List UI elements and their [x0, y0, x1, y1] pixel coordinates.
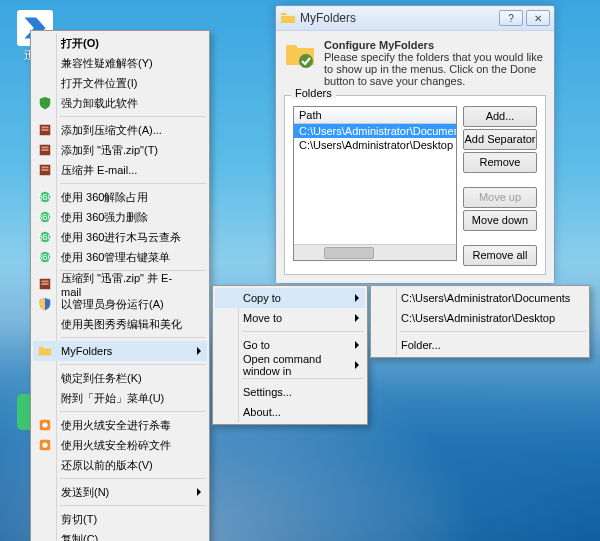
menu-item[interactable]: Go to [215, 335, 365, 355]
menu-item[interactable]: C:\Users\Administrator\Documents [373, 288, 587, 308]
config-title: Configure MyFolders [324, 39, 434, 51]
menu-item-label: 发送到(N) [61, 485, 109, 500]
tab-folders[interactable]: Folders [291, 87, 336, 99]
h-scrollbar[interactable] [294, 244, 456, 260]
folder-icon [37, 343, 53, 359]
menu-item[interactable]: 强力卸载此软件 [33, 93, 207, 113]
menu-item[interactable]: Folder... [373, 335, 587, 355]
move-down-button[interactable]: Move down [463, 210, 537, 231]
menu-item[interactable]: 360使用 360强力删除 [33, 207, 207, 227]
menu-item-label: 使用 360强力删除 [61, 210, 148, 225]
svg-point-0 [299, 54, 313, 68]
scroll-thumb[interactable] [324, 247, 374, 259]
huorong-icon [37, 437, 53, 453]
menu-item-label: 打开(O) [61, 36, 99, 51]
menu-item-label: MyFolders [61, 345, 112, 357]
list-row[interactable]: C:\Users\Administrator\Desktop [294, 138, 456, 152]
add-separator-button[interactable]: Add Separator [463, 129, 537, 150]
svg-text:360: 360 [38, 251, 52, 262]
menu-item[interactable]: 还原以前的版本(V) [33, 455, 207, 475]
list-row[interactable]: C:\Users\Administrator\Documents [294, 124, 456, 138]
menu-item[interactable]: 打开(O) [33, 33, 207, 53]
menu-item[interactable]: 360使用 360进行木马云查杀 [33, 227, 207, 247]
menu-item[interactable]: 锁定到任务栏(K) [33, 368, 207, 388]
menu-item-label: 复制(C) [61, 532, 98, 542]
menu-item[interactable]: 剪切(T) [33, 509, 207, 529]
menu-item[interactable]: 压缩到 "迅雷.zip" 并 E-mail [33, 274, 207, 294]
menu-item-label: 使用美图秀秀编辑和美化 [61, 317, 182, 332]
menu-item[interactable]: 压缩并 E-mail... [33, 160, 207, 180]
context-menu-copyto: C:\Users\Administrator\DocumentsC:\Users… [370, 285, 590, 358]
context-menu-main: 打开(O)兼容性疑难解答(Y)打开文件位置(I)强力卸载此软件添加到压缩文件(A… [30, 30, 210, 541]
config-icon [284, 39, 316, 71]
separator [60, 183, 206, 184]
menu-item[interactable]: 以管理员身份运行(A) [33, 294, 207, 314]
menu-item-label: 添加到压缩文件(A)... [61, 123, 162, 138]
svg-rect-5 [42, 147, 49, 149]
move-up-button[interactable]: Move up [463, 187, 537, 208]
submenu-arrow-icon [355, 294, 359, 302]
help-button[interactable]: ? [499, 10, 523, 26]
menu-item-label: 以管理员身份运行(A) [61, 297, 164, 312]
context-menu-myfolders: Copy toMove toGo toOpen command window i… [212, 285, 368, 425]
menu-item[interactable]: 360使用 360解除占用 [33, 187, 207, 207]
remove-all-button[interactable]: Remove all [463, 245, 537, 266]
shield-green-icon [37, 95, 53, 111]
menu-item[interactable]: Copy to [215, 288, 365, 308]
config-desc: Please specify the folders that you woul… [324, 51, 543, 87]
menu-item[interactable]: Move to [215, 308, 365, 328]
menu-item[interactable]: 打开文件位置(I) [33, 73, 207, 93]
add-button[interactable]: Add... [463, 106, 537, 127]
svg-text:360: 360 [38, 211, 52, 222]
folders-listbox[interactable]: Path C:\Users\Administrator\Documents C:… [293, 106, 457, 261]
menu-item[interactable]: 使用火绒安全进行杀毒 [33, 415, 207, 435]
menu-item[interactable]: 复制(C) [33, 529, 207, 541]
menu-item[interactable]: MyFolders [33, 341, 207, 361]
menu-item-label: 使用火绒安全粉碎文件 [61, 438, 171, 453]
menu-item[interactable]: 使用美图秀秀编辑和美化 [33, 314, 207, 334]
menu-item[interactable]: 使用火绒安全粉碎文件 [33, 435, 207, 455]
menu-item-label: Settings... [243, 386, 292, 398]
menu-item[interactable]: 发送到(N) [33, 482, 207, 502]
titlebar[interactable]: MyFolders ? ✕ [276, 6, 554, 30]
menu-item-label: 使用 360进行木马云查杀 [61, 230, 181, 245]
menu-item-label: 兼容性疑难解答(Y) [61, 56, 153, 71]
menu-item-label: 打开文件位置(I) [61, 76, 137, 91]
separator [400, 331, 586, 332]
rar-icon [37, 162, 53, 178]
close-button[interactable]: ✕ [526, 10, 550, 26]
menu-item[interactable]: 附到「开始」菜单(U) [33, 388, 207, 408]
remove-button[interactable]: Remove [463, 152, 537, 173]
menu-item-label: About... [243, 406, 281, 418]
rar-icon [37, 122, 53, 138]
svg-rect-20 [42, 283, 49, 285]
menu-item-label: 使用 360管理右键菜单 [61, 250, 170, 265]
menu-item[interactable]: Open command window in [215, 355, 365, 375]
svg-rect-9 [42, 169, 49, 171]
rar-icon [37, 276, 53, 292]
menu-item-label: 添加到 "迅雷.zip"(T) [61, 143, 158, 158]
submenu-arrow-icon [355, 361, 359, 369]
menu-item-label: 剪切(T) [61, 512, 97, 527]
menu-item[interactable]: 兼容性疑难解答(Y) [33, 53, 207, 73]
svg-rect-8 [42, 167, 49, 169]
submenu-arrow-icon [197, 347, 201, 355]
svg-text:360: 360 [38, 231, 52, 242]
menu-item-label: 压缩并 E-mail... [61, 163, 137, 178]
menu-item[interactable]: 360使用 360管理右键菜单 [33, 247, 207, 267]
window-title: MyFolders [300, 11, 496, 25]
menu-item[interactable]: C:\Users\Administrator\Desktop [373, 308, 587, 328]
svg-point-24 [42, 442, 47, 447]
menu-item-label: Go to [243, 339, 270, 351]
menu-item[interactable]: Settings... [215, 382, 365, 402]
window-body: Configure MyFolders Please specify the f… [276, 30, 554, 283]
list-header-path[interactable]: Path [294, 107, 456, 124]
menu-item[interactable]: About... [215, 402, 365, 422]
menu-item-label: Open command window in [243, 353, 347, 377]
menu-item-label: 附到「开始」菜单(U) [61, 391, 164, 406]
separator [60, 116, 206, 117]
menu-item[interactable]: 添加到 "迅雷.zip"(T) [33, 140, 207, 160]
menu-item[interactable]: 添加到压缩文件(A)... [33, 120, 207, 140]
separator [60, 337, 206, 338]
360-icon: 360 [37, 249, 53, 265]
